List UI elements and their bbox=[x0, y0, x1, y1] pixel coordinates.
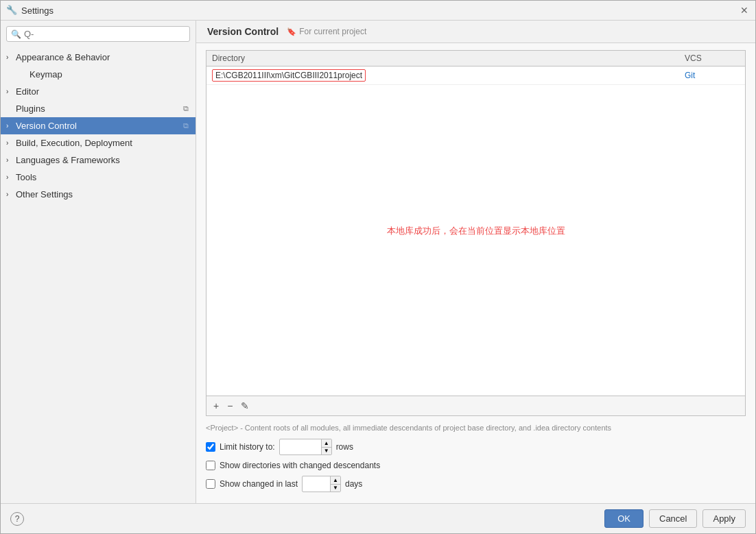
right-panel: Version Control 🔖 For current project Di… bbox=[196, 21, 755, 503]
ok-button[interactable]: OK bbox=[604, 509, 643, 528]
days-up[interactable]: ▲ bbox=[331, 476, 340, 484]
panel-subtitle: 🔖 For current project bbox=[287, 27, 366, 36]
cancel-button[interactable]: Cancel bbox=[649, 509, 697, 528]
sidebar-item-tools[interactable]: › Tools bbox=[1, 169, 196, 186]
sidebar-item-appearance[interactable]: › Appearance & Behavior bbox=[1, 49, 196, 66]
show-changed-option: Show directories with changed descendant… bbox=[206, 461, 746, 470]
chevron-icon: › bbox=[6, 156, 13, 164]
sidebar-item-label: Other Settings bbox=[16, 189, 73, 199]
spacer bbox=[6, 105, 13, 112]
show-changed-last-label-after: days bbox=[345, 479, 362, 489]
apply-button[interactable]: Apply bbox=[702, 509, 746, 528]
remove-button[interactable]: − bbox=[224, 399, 235, 413]
table-body[interactable]: E:\CGB2011III\xm\GitCGBIII2011project Gi… bbox=[206, 66, 745, 396]
search-input[interactable] bbox=[24, 29, 185, 39]
table-header: Directory VCS bbox=[206, 51, 745, 66]
chevron-icon: › bbox=[6, 53, 13, 61]
options-area: Limit history to: 1,000 ▲ ▼ rows bbox=[206, 439, 746, 496]
add-button[interactable]: + bbox=[211, 399, 222, 413]
app-icon: 🔧 bbox=[6, 5, 17, 16]
bottom-bar: ? OK Cancel Apply bbox=[1, 503, 755, 533]
sidebar-item-plugins[interactable]: Plugins ⧉ bbox=[1, 100, 196, 117]
table-row[interactable]: E:\CGB2011III\xm\GitCGBIII2011project Gi… bbox=[206, 66, 745, 85]
vcs-status-message: 本地库成功后，会在当前位置显示本地库位置 bbox=[387, 225, 565, 237]
days-spinbox[interactable]: 31 ▲ ▼ bbox=[302, 476, 341, 492]
directory-cell: E:\CGB2011III\xm\GitCGBIII2011project bbox=[212, 69, 685, 82]
vcs-cell: Git bbox=[685, 71, 740, 80]
limit-history-option: Limit history to: 1,000 ▲ ▼ rows bbox=[206, 439, 746, 455]
limit-history-up[interactable]: ▲ bbox=[322, 439, 331, 447]
vcs-table: Directory VCS E:\CGB2011III\xm\GitCGBIII… bbox=[206, 50, 746, 416]
sidebar-item-label: Appearance & Behavior bbox=[16, 52, 110, 62]
info-text: <Project> - Content roots of all modules… bbox=[206, 423, 746, 433]
chevron-icon: › bbox=[6, 173, 13, 181]
settings-dialog: 🔧 Settings ✕ 🔍 › Appearance & Behavior K… bbox=[0, 0, 756, 534]
col-directory-header: Directory bbox=[212, 53, 685, 63]
nav-items: › Appearance & Behavior Keymap › Editor … bbox=[1, 47, 196, 204]
sidebar-item-label: Build, Execution, Deployment bbox=[16, 138, 132, 148]
chevron-icon: › bbox=[6, 191, 13, 198]
sidebar-item-label: Languages & Frameworks bbox=[16, 155, 120, 165]
sidebar-item-other-settings[interactable]: › Other Settings bbox=[1, 186, 196, 203]
sidebar-item-languages[interactable]: › Languages & Frameworks bbox=[1, 151, 196, 169]
copy-icon: ⧉ bbox=[183, 121, 189, 130]
directory-badge: E:\CGB2011III\xm\GitCGBIII2011project bbox=[212, 69, 366, 82]
sidebar-item-label: Keymap bbox=[29, 69, 62, 80]
dialog-title: Settings bbox=[21, 5, 54, 16]
sidebar-item-label: Editor bbox=[16, 86, 39, 97]
sidebar-item-label: Tools bbox=[16, 172, 36, 182]
sidebar-item-version-control[interactable]: › Version Control ⧉ bbox=[1, 117, 196, 134]
close-button[interactable]: ✕ bbox=[739, 5, 750, 16]
show-changed-last-option: Show changed in last 31 ▲ ▼ days bbox=[206, 476, 746, 492]
limit-history-label-before: Limit history to: bbox=[220, 442, 275, 452]
days-value[interactable]: 31 bbox=[303, 478, 330, 490]
copy-icon: ⧉ bbox=[183, 104, 189, 113]
sidebar: 🔍 › Appearance & Behavior Keymap › Edito… bbox=[1, 21, 196, 503]
limit-history-value[interactable]: 1,000 bbox=[280, 441, 321, 453]
sidebar-item-label: Plugins bbox=[16, 104, 45, 114]
panel-title: Version Control bbox=[207, 26, 279, 37]
panel-body: Directory VCS E:\CGB2011III\xm\GitCGBIII… bbox=[196, 43, 755, 503]
search-icon: 🔍 bbox=[11, 29, 21, 39]
search-box[interactable]: 🔍 bbox=[6, 26, 190, 42]
action-buttons: OK Cancel Apply bbox=[604, 509, 746, 528]
limit-history-spinbox[interactable]: 1,000 ▲ ▼ bbox=[279, 439, 332, 455]
edit-button[interactable]: ✎ bbox=[238, 399, 252, 413]
title-bar: 🔧 Settings ✕ bbox=[1, 1, 755, 21]
show-changed-last-label-before: Show changed in last bbox=[220, 479, 298, 489]
help-button[interactable]: ? bbox=[10, 512, 24, 526]
show-changed-last-checkbox[interactable] bbox=[206, 479, 215, 489]
sidebar-item-editor[interactable]: › Editor bbox=[1, 83, 196, 100]
panel-header: Version Control 🔖 For current project bbox=[196, 21, 755, 43]
main-content: 🔍 › Appearance & Behavior Keymap › Edito… bbox=[1, 21, 755, 503]
sidebar-item-keymap[interactable]: Keymap bbox=[1, 66, 196, 83]
chevron-icon: › bbox=[6, 88, 13, 95]
limit-history-down[interactable]: ▼ bbox=[322, 447, 331, 454]
col-vcs-header: VCS bbox=[685, 53, 740, 63]
project-icon: 🔖 bbox=[287, 27, 296, 36]
sidebar-item-build[interactable]: › Build, Execution, Deployment bbox=[1, 134, 196, 151]
show-changed-checkbox[interactable] bbox=[206, 461, 215, 470]
limit-history-label-after: rows bbox=[336, 442, 353, 452]
table-toolbar: + − ✎ bbox=[206, 396, 745, 415]
chevron-icon: › bbox=[6, 139, 13, 147]
sidebar-item-label: Version Control bbox=[16, 121, 77, 131]
days-down[interactable]: ▼ bbox=[331, 484, 340, 491]
limit-history-checkbox[interactable] bbox=[206, 442, 215, 452]
show-changed-label: Show directories with changed descendant… bbox=[220, 461, 380, 470]
chevron-icon: › bbox=[6, 122, 13, 130]
